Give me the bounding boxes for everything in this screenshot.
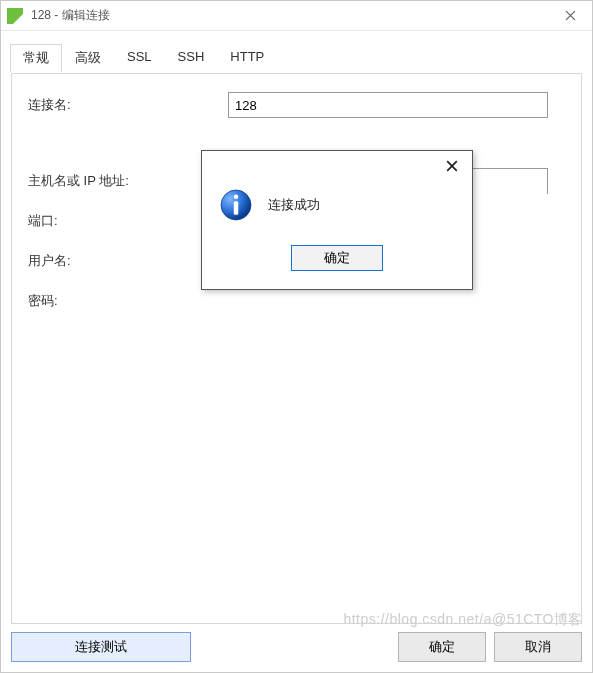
button-bar: 连接测试 确定 取消 [1, 624, 592, 672]
connection-name-input[interactable] [228, 92, 548, 118]
tab-label: HTTP [230, 49, 264, 64]
close-icon [565, 10, 576, 21]
edit-connection-window: 128 - 编辑连接 常规 高级 SSL SSH HTTP 连接名: [0, 0, 593, 673]
host-label: 主机名或 IP 地址: [28, 172, 228, 190]
dialog-message: 连接成功 [268, 196, 320, 214]
tab-label: 常规 [23, 50, 49, 65]
dialog-ok-button[interactable]: 确定 [291, 245, 383, 271]
button-label: 取消 [525, 638, 551, 656]
tab-advanced[interactable]: 高级 [62, 44, 114, 72]
window-close-button[interactable] [548, 2, 592, 30]
tab-ssh[interactable]: SSH [165, 44, 218, 72]
ok-button[interactable]: 确定 [398, 632, 486, 662]
svg-point-1 [234, 195, 239, 200]
connection-name-label: 连接名: [28, 96, 228, 114]
tab-ssl[interactable]: SSL [114, 44, 165, 72]
test-connection-button[interactable]: 连接测试 [11, 632, 191, 662]
tab-general[interactable]: 常规 [10, 44, 62, 72]
message-dialog: 连接成功 确定 [201, 150, 473, 290]
client-area: 常规 高级 SSL SSH HTTP 连接名: 主机名或 IP 地址: [1, 31, 592, 672]
button-label: 确定 [324, 249, 350, 267]
button-label: 连接测试 [75, 638, 127, 656]
button-label: 确定 [429, 638, 455, 656]
window-title: 128 - 编辑连接 [31, 7, 548, 24]
titlebar: 128 - 编辑连接 [1, 1, 592, 31]
dialog-titlebar [202, 151, 472, 181]
tab-label: 高级 [75, 50, 101, 65]
app-icon [7, 8, 23, 24]
cancel-button[interactable]: 取消 [494, 632, 582, 662]
info-icon [218, 187, 254, 223]
port-label: 端口: [28, 212, 228, 230]
password-label: 密码: [28, 292, 228, 310]
close-icon [446, 160, 458, 172]
tab-strip: 常规 高级 SSL SSH HTTP [10, 44, 582, 72]
tab-http[interactable]: HTTP [217, 44, 277, 72]
dialog-close-button[interactable] [440, 154, 464, 178]
tab-label: SSL [127, 49, 152, 64]
svg-rect-2 [234, 201, 239, 215]
username-label: 用户名: [28, 252, 228, 270]
tab-label: SSH [178, 49, 205, 64]
